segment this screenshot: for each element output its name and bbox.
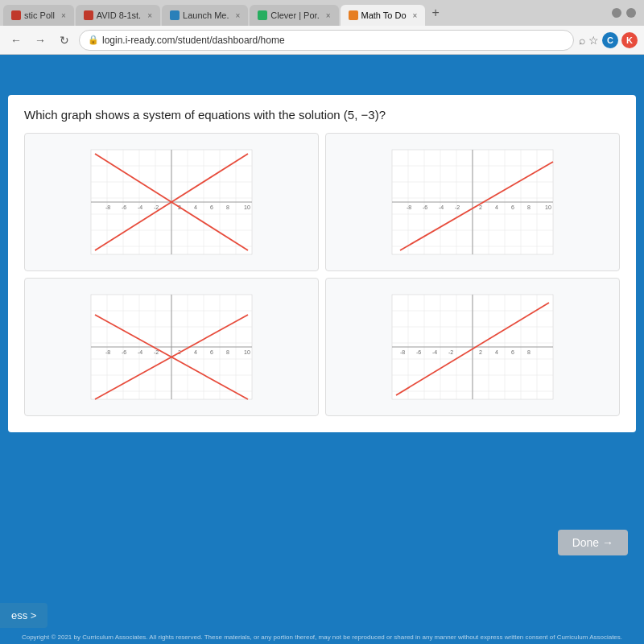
browser-tab-1[interactable]: AVID 8-1st.× — [76, 5, 160, 26]
svg-text:10: 10 — [244, 349, 250, 355]
graph-c-svg: -8 -6 -4 -2 2 4 6 8 10 — [75, 291, 268, 403]
svg-text:6: 6 — [210, 349, 213, 355]
browser-tab-2[interactable]: Launch Me.× — [162, 5, 248, 26]
tab-close-3[interactable]: × — [326, 11, 331, 20]
address-bar-row: ← → ↻ 🔒 login.i-ready.com/student/dashbo… — [0, 26, 644, 55]
blue-header — [0, 55, 644, 95]
tab-close-0[interactable]: × — [61, 11, 66, 20]
new-tab-button[interactable]: + — [427, 6, 444, 20]
svg-text:8: 8 — [527, 349, 530, 355]
graph-b-svg: -8 -6 -4 -2 2 4 6 8 10 — [376, 146, 569, 258]
tab-bar: stic Poll×AVID 8-1st.×Launch Me.×Clever … — [0, 0, 644, 26]
tab-favicon-3 — [258, 10, 267, 20]
svg-text:10: 10 — [244, 204, 250, 210]
profile-icon-k[interactable]: K — [621, 32, 638, 48]
tab-label-2: Launch Me. — [183, 10, 229, 20]
tab-label-1: AVID 8-1st. — [97, 10, 141, 20]
graph-option-c[interactable]: -8 -6 -4 -2 2 4 6 8 10 — [24, 278, 319, 416]
reload-button[interactable]: ↻ — [55, 31, 74, 50]
window-minimize[interactable] — [612, 8, 621, 18]
svg-text:-8: -8 — [105, 349, 110, 355]
graph-a-wrap: -8 -6 -4 -2 2 4 6 8 10 — [33, 142, 310, 262]
profile-icon-c[interactable]: C — [602, 32, 618, 48]
browser-tab-4[interactable]: Math To Do× — [341, 5, 426, 26]
graph-a-svg: -8 -6 -4 -2 2 4 6 8 10 — [75, 146, 268, 258]
content-area: Which graph shows a system of equations … — [0, 55, 644, 644]
copyright-text: Copyright © 2021 by Curriculum Associate… — [0, 634, 644, 641]
question-container: Which graph shows a system of equations … — [8, 95, 636, 432]
tab-label-4: Math To Do — [361, 10, 407, 20]
tab-label-3: Clever | Por. — [270, 10, 319, 20]
svg-text:-8: -8 — [407, 204, 411, 210]
svg-text:-2: -2 — [455, 204, 460, 210]
progress-label: ess > — [11, 609, 36, 621]
graphs-grid: -8 -6 -4 -2 2 4 6 8 10 — [24, 133, 620, 416]
svg-text:-4: -4 — [138, 349, 142, 355]
browser-chrome: stic Poll×AVID 8-1st.×Launch Me.×Clever … — [0, 0, 644, 55]
svg-text:-2: -2 — [154, 204, 159, 210]
done-button[interactable]: Done → — [558, 530, 628, 555]
svg-text:-6: -6 — [122, 349, 126, 355]
graph-option-b[interactable]: -8 -6 -4 -2 2 4 6 8 10 — [325, 133, 620, 271]
browser-tab-3[interactable]: Clever | Por.× — [250, 5, 338, 26]
question-text: Which graph shows a system of equations … — [24, 108, 620, 122]
tab-favicon-0 — [11, 10, 21, 20]
graph-option-a[interactable]: -8 -6 -4 -2 2 4 6 8 10 — [24, 133, 319, 271]
svg-text:4: 4 — [495, 204, 498, 210]
browser-tab-0[interactable]: stic Poll× — [3, 5, 74, 26]
forward-button[interactable]: → — [31, 31, 50, 50]
svg-text:-4: -4 — [439, 204, 444, 210]
tab-favicon-2 — [170, 10, 180, 20]
graph-option-d[interactable]: -8 -6 -4 -2 2 4 6 8 — [325, 278, 620, 416]
svg-text:6: 6 — [511, 204, 514, 210]
svg-text:-2: -2 — [448, 349, 453, 355]
tab-label-0: stic Poll — [24, 10, 55, 20]
svg-text:-4: -4 — [138, 204, 142, 210]
done-label: Done → — [572, 536, 613, 549]
svg-text:2: 2 — [479, 204, 482, 210]
svg-text:8: 8 — [226, 204, 229, 210]
svg-text:10: 10 — [545, 204, 551, 210]
back-button[interactable]: ← — [6, 31, 26, 50]
graph-d-svg: -8 -6 -4 -2 2 4 6 8 — [376, 291, 569, 403]
graph-d-wrap: -8 -6 -4 -2 2 4 6 8 — [334, 287, 611, 407]
svg-text:4: 4 — [495, 349, 498, 355]
svg-text:6: 6 — [511, 349, 514, 355]
svg-text:-6: -6 — [423, 204, 427, 210]
svg-text:6: 6 — [210, 204, 213, 210]
svg-text:-8: -8 — [400, 349, 405, 355]
url-text: login.i-ready.com/student/dashboard/home — [102, 35, 285, 46]
tab-close-1[interactable]: × — [147, 11, 152, 20]
star-icon: ☆ — [588, 34, 599, 47]
tab-favicon-4 — [349, 10, 358, 20]
tab-close-4[interactable]: × — [413, 11, 418, 20]
svg-text:-4: -4 — [432, 349, 437, 355]
graph-c-wrap: -8 -6 -4 -2 2 4 6 8 10 — [33, 287, 310, 407]
svg-text:4: 4 — [194, 204, 197, 210]
svg-text:-8: -8 — [105, 204, 110, 210]
tab-favicon-1 — [84, 10, 93, 20]
svg-text:4: 4 — [194, 349, 197, 355]
progress-button[interactable]: ess > — [0, 603, 47, 628]
tab-close-2[interactable]: × — [236, 11, 241, 20]
svg-text:8: 8 — [527, 204, 530, 210]
browser-icons: ⌕ ☆ C K — [579, 32, 638, 48]
svg-text:-6: -6 — [122, 204, 126, 210]
svg-text:8: 8 — [226, 349, 229, 355]
search-icon: ⌕ — [579, 34, 585, 47]
svg-text:-6: -6 — [416, 349, 421, 355]
svg-text:2: 2 — [479, 349, 482, 355]
address-bar[interactable]: 🔒 login.i-ready.com/student/dashboard/ho… — [79, 30, 574, 51]
window-maximize[interactable] — [626, 8, 636, 18]
graph-b-wrap: -8 -6 -4 -2 2 4 6 8 10 — [334, 142, 611, 262]
